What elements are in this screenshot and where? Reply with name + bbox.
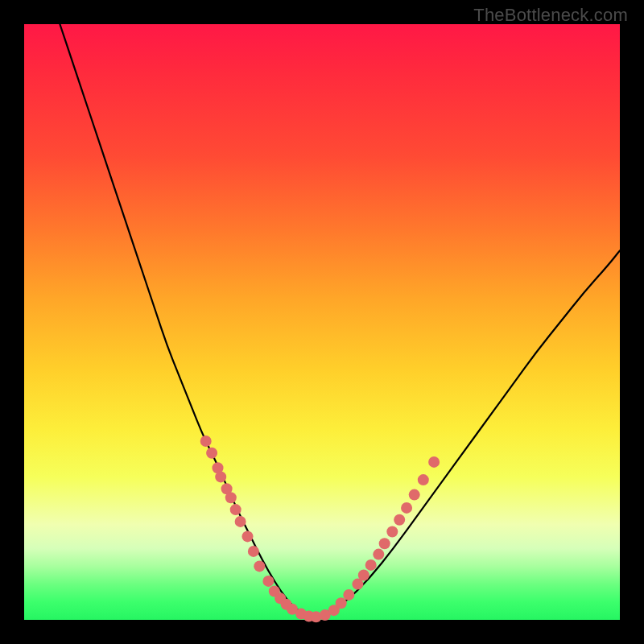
data-marker: [365, 559, 377, 571]
data-marker: [248, 546, 259, 557]
data-marker: [394, 514, 405, 526]
data-marker: [386, 526, 398, 537]
data-marker: [206, 448, 217, 459]
data-marker: [373, 549, 384, 560]
data-marker: [200, 436, 212, 447]
data-marker: [428, 456, 440, 468]
data-marker: [379, 538, 390, 549]
data-marker: [235, 516, 246, 527]
data-marker: [254, 560, 265, 572]
data-marker: [343, 589, 354, 601]
data-marker: [401, 502, 412, 514]
data-marker: [242, 530, 254, 542]
data-marker: [215, 471, 226, 482]
data-marker: [336, 597, 347, 609]
data-marker: [225, 492, 237, 503]
data-marker: [358, 570, 369, 581]
chart-svg: [24, 24, 620, 620]
data-markers: [200, 436, 440, 622]
chart-frame: TheBottleneck.com: [0, 0, 644, 644]
watermark-text: TheBottleneck.com: [473, 5, 628, 26]
plot-area: [24, 24, 620, 620]
data-marker: [262, 576, 274, 587]
bottleneck-curve: [60, 24, 620, 617]
data-marker: [418, 474, 429, 485]
data-marker: [409, 489, 420, 501]
data-marker: [230, 504, 242, 515]
